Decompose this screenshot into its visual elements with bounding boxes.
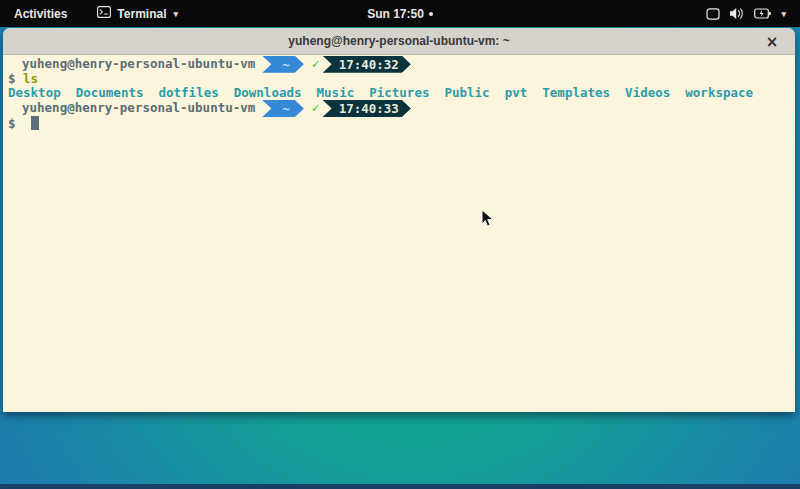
chevron-down-icon: ▾ bbox=[173, 9, 178, 19]
top-bar: Activities Terminal ▾ Sun 17:50 bbox=[0, 0, 800, 27]
prompt-line-1: yuheng@henry-personal-ubuntu-vm ~ ✓ 17:4… bbox=[8, 57, 795, 72]
screen-icon bbox=[706, 8, 720, 20]
terminal-window: yuheng@henry-personal-ubuntu-vm: ~ × yuh… bbox=[3, 28, 795, 412]
status-check-icon: ✓ bbox=[312, 101, 320, 116]
ls-output: Desktop Documents dotfiles Downloads Mus… bbox=[8, 86, 795, 101]
battery-charging-icon bbox=[754, 8, 771, 19]
prompt-time-segment: 17:40:32 bbox=[323, 56, 411, 73]
app-menu-label: Terminal bbox=[117, 7, 166, 21]
prompt-cwd-segment: ~ bbox=[262, 100, 304, 117]
window-titlebar[interactable]: yuheng@henry-personal-ubuntu-vm: ~ × bbox=[3, 28, 795, 55]
command-line: $ ls bbox=[8, 72, 795, 87]
volume-icon bbox=[729, 7, 745, 20]
prompt-time-segment: 17:40:33 bbox=[323, 100, 411, 117]
activities-button[interactable]: Activities bbox=[10, 5, 71, 23]
clock-label[interactable]: Sun 17:50 bbox=[367, 7, 424, 21]
prompt-cwd: ~ bbox=[282, 101, 290, 116]
close-icon[interactable]: × bbox=[761, 28, 783, 55]
prompt-line-2: yuheng@henry-personal-ubuntu-vm ~ ✓ 17:4… bbox=[8, 101, 795, 116]
window-title: yuheng@henry-personal-ubuntu-vm: ~ bbox=[288, 34, 509, 48]
prompt-user-host: yuheng@henry-personal-ubuntu-vm bbox=[22, 57, 255, 72]
chevron-down-icon: ▾ bbox=[781, 9, 786, 19]
prompt-symbol: $ bbox=[8, 71, 16, 86]
terminal-caret bbox=[31, 116, 39, 130]
prompt-time: 17:40:32 bbox=[339, 57, 399, 72]
typed-command: ls bbox=[23, 71, 38, 86]
system-tray-menu[interactable]: ▾ bbox=[706, 0, 786, 27]
prompt-user-host: yuheng@henry-personal-ubuntu-vm bbox=[22, 101, 255, 116]
status-check-icon: ✓ bbox=[312, 57, 320, 72]
desktop-bottom-strip bbox=[0, 484, 800, 489]
prompt-time: 17:40:33 bbox=[339, 101, 399, 116]
input-line: $ bbox=[8, 116, 795, 131]
app-menu-terminal[interactable]: Terminal ▾ bbox=[97, 6, 178, 21]
prompt-cwd: ~ bbox=[282, 57, 290, 72]
prompt-cwd-segment: ~ bbox=[262, 56, 304, 73]
notification-dot bbox=[429, 12, 433, 16]
terminal-app-icon bbox=[97, 6, 111, 21]
terminal-content[interactable]: yuheng@henry-personal-ubuntu-vm ~ ✓ 17:4… bbox=[3, 55, 795, 412]
prompt-symbol: $ bbox=[8, 116, 16, 131]
desktop-screen: Activities Terminal ▾ Sun 17:50 bbox=[0, 0, 800, 489]
